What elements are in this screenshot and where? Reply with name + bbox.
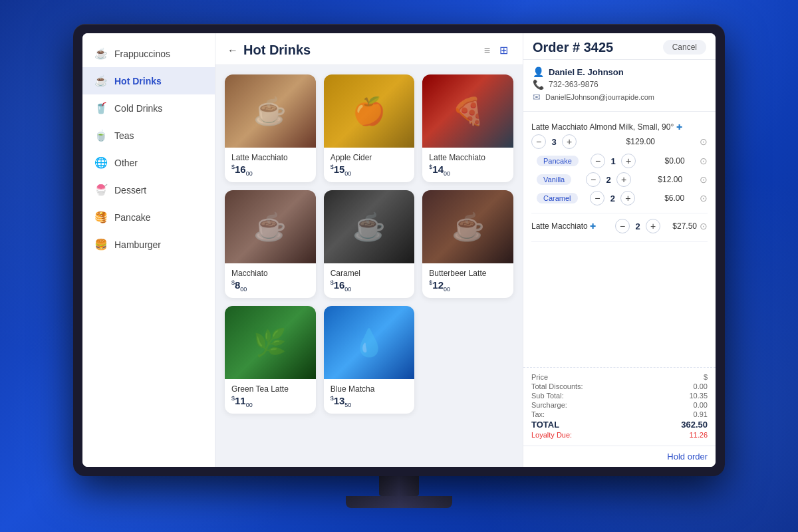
product-image: ☕ [422, 190, 513, 263]
order-item: Latte Macchiato Almond Milk, Small, 90° … [531, 117, 708, 213]
total-label: TOTAL [531, 420, 559, 430]
customer-name-row: 👤 Daniel E. Johnson [533, 66, 706, 77]
product-card[interactable]: ☕ Macchiato $800 [225, 190, 316, 298]
addon-qty-control: − 1 + [591, 154, 636, 168]
order-header: Order # 3425 Cancel [523, 33, 716, 60]
product-image: 🌿 [225, 306, 316, 379]
product-card[interactable]: 💧 Blue Matcha $1350 [324, 306, 415, 414]
cold-drinks-icon: 🥤 [94, 102, 108, 114]
page-header: ← Hot Drinks ≡ ⊞ [215, 33, 523, 65]
addon-tag: Vanilla [537, 174, 571, 185]
product-info: Butterbeer Latte $1200 [422, 263, 513, 298]
customize-icon[interactable]: ✚ [590, 222, 596, 230]
sidebar-item-label: Cold Drinks [114, 103, 162, 114]
addon-qty-decrease[interactable]: − [586, 172, 600, 187]
order-totals: Price $ Total Discounts: 0.00 Sub Total:… [523, 367, 716, 446]
addon-qty-increase[interactable]: + [616, 172, 631, 187]
dessert-icon: 🍧 [94, 184, 108, 196]
product-info: Latte Macchiato $1600 [225, 148, 316, 182]
remove-item-button[interactable]: ⊙ [700, 221, 708, 231]
remove-addon-button[interactable]: ⊙ [700, 174, 708, 185]
addon-row: Pancake − 1 + $0.00 ⊙ [531, 152, 708, 170]
addon-qty: 2 [607, 194, 618, 203]
loyalty-value: 11.26 [689, 431, 708, 439]
price-value: $ [704, 373, 708, 381]
frappuccino-icon: ☕ [94, 47, 108, 60]
view-toggles: ≡ ⊞ [481, 43, 511, 58]
cancel-button[interactable]: Cancel [663, 40, 706, 55]
list-view-button[interactable]: ≡ [481, 43, 493, 58]
sidebar-item-frappuccinos[interactable]: ☕ Frappuccinos [82, 40, 215, 67]
product-name: Butterbeer Latte [429, 269, 507, 278]
product-card[interactable]: 🌿 Green Tea Latte $1100 [225, 306, 316, 414]
addon-qty-increase[interactable]: + [620, 191, 635, 205]
customize-icon[interactable]: ✚ [676, 123, 682, 131]
product-card[interactable]: ☕ Caramel $1600 [324, 190, 415, 298]
sidebar-item-dessert[interactable]: 🍧 Dessert [82, 176, 215, 203]
order-item-price: $27.50 [660, 221, 697, 231]
subtotal-value: 10.35 [689, 392, 708, 400]
phone-icon: 📞 [533, 79, 544, 90]
product-card[interactable]: ☕ Latte Macchiato $1600 [225, 74, 316, 182]
addon-qty-decrease[interactable]: − [590, 191, 604, 205]
addon-qty-decrease[interactable]: − [591, 154, 605, 168]
customer-info: 👤 Daniel E. Johnson 📞 732-363-9876 ✉ Dan… [523, 60, 716, 112]
product-image: 🍎 [324, 74, 415, 148]
product-card[interactable]: ☕ Butterbeer Latte $1200 [422, 190, 513, 298]
product-info: Blue Matcha $1350 [324, 379, 415, 414]
qty-value: 2 [632, 221, 643, 231]
sidebar-item-hamburger[interactable]: 🍔 Hamburger [82, 231, 215, 258]
order-item-name: Latte Macchiato ✚ [531, 221, 615, 231]
remove-addon-button[interactable]: ⊙ [700, 193, 708, 203]
qty-increase-button[interactable]: + [562, 134, 577, 149]
grid-view-button[interactable]: ⊞ [497, 43, 511, 58]
qty-decrease-button[interactable]: − [615, 219, 630, 233]
sidebar-item-cold-drinks[interactable]: 🥤 Cold Drinks [82, 94, 215, 122]
product-card[interactable]: 🍕 Latte Macchiato $1400 [422, 74, 513, 182]
surcharge-label: Surcharge: [531, 401, 567, 409]
qty-increase-button[interactable]: + [646, 219, 660, 233]
sidebar-item-label: Pancake [114, 212, 150, 223]
tax-label: Tax: [531, 410, 545, 418]
order-item-qty-row: − 3 + $129.00 ⊙ [531, 134, 708, 149]
addon-price: $0.00 [648, 156, 685, 166]
sidebar-item-label: Hamburger [114, 239, 161, 250]
sidebar: ☕ Frappuccinos ☕ Hot Drinks 🥤 Cold Drink… [82, 33, 215, 467]
total-row-surcharge: Surcharge: 0.00 [531, 401, 708, 409]
discounts-label: Total Discounts: [531, 382, 583, 390]
product-grid: ☕ Latte Macchiato $1600 🍎 [215, 65, 523, 423]
hot-drinks-icon: ☕ [94, 74, 108, 87]
email-icon: ✉ [533, 92, 541, 102]
total-row-discounts: Total Discounts: 0.00 [531, 382, 708, 390]
product-info: Apple Cider $1500 [324, 148, 415, 182]
addon-row: Caramel − 2 + $6.00 ⊙ [531, 189, 708, 207]
remove-item-button[interactable]: ⊙ [700, 136, 708, 147]
pancake-icon: 🥞 [94, 211, 108, 223]
addon-price: $12.00 [646, 175, 682, 184]
total-row-tax: Tax: 0.91 [531, 410, 708, 418]
subtotal-label: Sub Total: [531, 392, 564, 400]
product-name: Latte Macchiato [231, 153, 309, 162]
sidebar-item-label: Other [114, 158, 138, 168]
product-price: $1600 [231, 164, 309, 177]
addon-qty-increase[interactable]: + [621, 154, 636, 168]
qty-control: − 3 + [531, 134, 577, 149]
other-icon: 🌐 [94, 156, 108, 169]
qty-control: − 2 + [615, 219, 660, 233]
sidebar-item-pancake[interactable]: 🥞 Pancake [82, 203, 215, 231]
sidebar-item-hot-drinks[interactable]: ☕ Hot Drinks [82, 67, 215, 94]
product-card[interactable]: 🍎 Apple Cider $1500 [324, 74, 415, 182]
hold-order-button[interactable]: Hold order [667, 452, 708, 462]
sidebar-item-teas[interactable]: 🍵 Teas [82, 122, 215, 149]
back-button[interactable]: ← [227, 45, 238, 57]
tax-value: 0.91 [694, 410, 708, 418]
product-info: Green Tea Latte $1100 [225, 379, 316, 414]
product-price: $1350 [331, 395, 408, 408]
product-image: ☕ [225, 74, 316, 148]
customer-phone: 732-363-9876 [549, 80, 598, 89]
product-info: Caramel $1600 [324, 263, 415, 298]
sidebar-item-label: Hot Drinks [114, 76, 162, 86]
sidebar-item-other[interactable]: 🌐 Other [82, 149, 215, 176]
qty-decrease-button[interactable]: − [531, 134, 546, 149]
remove-addon-button[interactable]: ⊙ [700, 156, 708, 166]
